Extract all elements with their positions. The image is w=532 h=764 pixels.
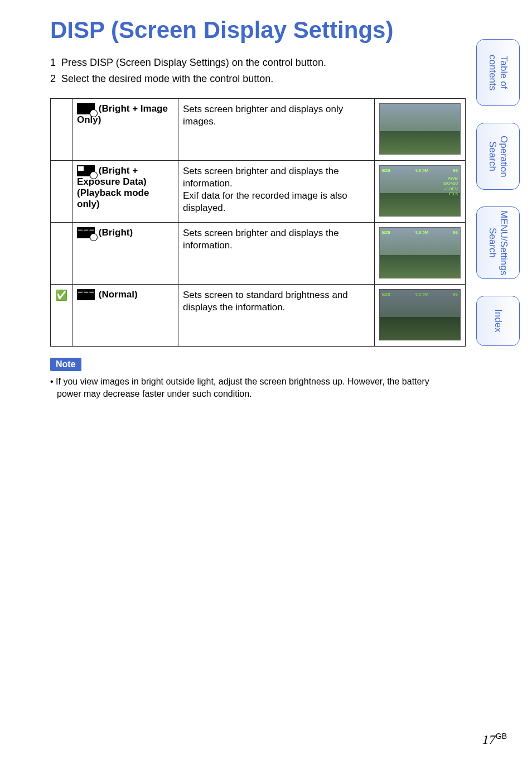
battery-icon: EZII xyxy=(382,168,390,173)
table-row: (Bright + Exposure Data) (Playback mode … xyxy=(51,160,466,222)
mode-name: (Normal) xyxy=(99,289,138,300)
battery-icon: EZII xyxy=(382,230,390,235)
mode-thumb xyxy=(375,98,466,160)
thumb-overlay-top: EZII 4:3 5M 96 xyxy=(382,168,458,173)
check-cell xyxy=(51,160,72,222)
disp-icon-normal: — — —— — — xyxy=(77,289,95,300)
disp-icon-bright-exposure xyxy=(77,165,95,176)
note-label: Note xyxy=(50,358,81,371)
steps-list: 1 Press DISP (Screen Display Settings) o… xyxy=(50,55,452,87)
size-badge: 4:3 5M xyxy=(414,292,428,297)
mode-label: (Bright + Image Only) xyxy=(72,98,178,160)
size-badge: 4:3 5M xyxy=(414,230,428,235)
step-num: 2 xyxy=(50,71,61,87)
check-cell xyxy=(51,98,72,160)
disp-icon-bright-image-only xyxy=(77,103,95,114)
exp-line: ISO400 xyxy=(443,181,458,186)
mode-label: — — —— — — (Bright) xyxy=(72,222,178,284)
count-badge: 96 xyxy=(453,168,458,173)
mode-desc: Sets screen to standard brightness and d… xyxy=(178,284,375,346)
step-text: Press DISP (Screen Display Settings) on … xyxy=(61,55,326,71)
mode-thumb: EZII 4:3 5M 96 xyxy=(375,284,466,346)
thumb-overlay-top: EZII 4:3 5M 96 xyxy=(382,230,458,235)
exp-line: F3.5 xyxy=(443,191,458,197)
page-number-value: 17 xyxy=(482,732,496,747)
tab-table-of-contents[interactable]: Table of contents xyxy=(476,39,520,106)
tab-menu-settings-search[interactable]: MENU/Settings Search xyxy=(476,206,520,279)
step-num: 1 xyxy=(50,55,61,71)
thumb-overlay-exp: AWB ISO400 -1.0EV F3.5 xyxy=(443,176,458,197)
mode-desc: Sets screen brighter and displays the in… xyxy=(178,222,375,284)
page-number: 17GB xyxy=(482,732,507,747)
thumb-overlay-top: EZII 4:3 5M 96 xyxy=(382,292,458,297)
mode-label: — — —— — — (Normal) xyxy=(72,284,178,346)
mode-name: (Bright) xyxy=(99,227,133,238)
step-text: Select the desired mode with the control… xyxy=(61,71,273,87)
modes-table: (Bright + Image Only) Sets screen bright… xyxy=(50,98,466,347)
count-badge: 96 xyxy=(453,292,458,297)
mode-thumb: EZII 4:3 5M 96 xyxy=(375,222,466,284)
check-cell: ✅ xyxy=(51,284,72,346)
disp-icon-bright: — — —— — — xyxy=(77,227,95,238)
note-text: • If you view images in bright outside l… xyxy=(50,376,452,401)
side-tabs: Table of contents Operation Search MENU/… xyxy=(476,39,521,363)
size-badge: 4:3 5M xyxy=(414,168,428,173)
tab-index[interactable]: Index xyxy=(476,296,520,346)
page-title: DISP (Screen Display Settings) xyxy=(50,17,452,44)
page-suffix: GB xyxy=(496,732,507,741)
exp-line: -1.0EV xyxy=(443,186,458,192)
mode-label: (Bright + Exposure Data) (Playback mode … xyxy=(72,160,178,222)
thumbnail-image xyxy=(379,103,461,155)
thumbnail-image: EZII 4:3 5M 96 xyxy=(379,289,461,340)
table-row: ✅ — — —— — — (Normal) Sets screen to sta… xyxy=(51,284,466,346)
check-cell xyxy=(51,222,72,284)
mode-desc: Sets screen brighter and displays only i… xyxy=(178,98,375,160)
table-row: — — —— — — (Bright) Sets screen brighter… xyxy=(51,222,466,284)
mode-thumb: EZII 4:3 5M 96 AWB ISO400 -1.0EV F3.5 xyxy=(375,160,466,222)
battery-icon: EZII xyxy=(382,292,390,297)
tab-operation-search[interactable]: Operation Search xyxy=(476,123,520,190)
table-row: (Bright + Image Only) Sets screen bright… xyxy=(51,98,466,160)
count-badge: 96 xyxy=(453,230,458,235)
mode-desc: Sets screen brighter and displays the in… xyxy=(178,160,375,222)
thumbnail-image: EZII 4:3 5M 96 AWB ISO400 -1.0EV F3.5 xyxy=(379,165,461,217)
thumbnail-image: EZII 4:3 5M 96 xyxy=(379,227,461,278)
step-1: 1 Press DISP (Screen Display Settings) o… xyxy=(50,55,452,71)
exp-line: AWB xyxy=(443,176,458,181)
step-2: 2 Select the desired mode with the contr… xyxy=(50,71,452,87)
